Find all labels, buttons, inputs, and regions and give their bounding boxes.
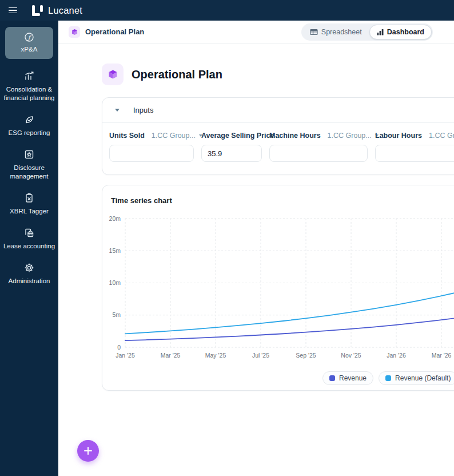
sidebar-item-label: Administration [6, 277, 53, 285]
svg-text:5m: 5m [112, 311, 121, 318]
sidebar-item-label: xP&A [19, 45, 40, 54]
breadcrumb[interactable]: Operational Plan [69, 26, 144, 38]
units-sold-field: Units Sold 1.CC Group... [109, 132, 194, 162]
sidebar-item-disclosure[interactable]: Disclosure management [0, 149, 58, 181]
field-label: Machine Hours [269, 132, 321, 140]
sidebar-item-consolidation[interactable]: Consolidation & financial planning [0, 71, 58, 102]
sidebar-item-xbrl[interactable]: XBRL Tagger [0, 193, 58, 216]
inputs-panel-title: Inputs [133, 106, 153, 114]
chart-plot-area: 05m10m15m20mJan '25Mar '25May '25Jul '25… [102, 208, 454, 366]
spreadsheet-icon [310, 29, 318, 35]
dashboard-toggle-button[interactable]: Dashboard [369, 25, 432, 39]
inputs-panel-header[interactable]: Inputs [102, 98, 454, 122]
svg-text:Mar '25: Mar '25 [161, 352, 181, 359]
labour-hours-field: Labour Hours 1.CC Group... [375, 132, 454, 162]
time-series-chart: 05m10m15m20mJan '25Mar '25May '25Jul '25… [102, 208, 454, 364]
time-series-chart-card: Time series chart 05m10m15m20mJan '25Mar… [102, 185, 454, 391]
gear-icon [24, 263, 34, 273]
lucanet-logo-icon [32, 5, 43, 16]
revenue-series-swatch [329, 375, 335, 381]
sidebar-item-administration[interactable]: Administration [0, 263, 58, 285]
app-window: Lucanet ƒ xP&A Consolidation & financial… [0, 0, 454, 476]
svg-text:Nov '25: Nov '25 [341, 352, 361, 359]
add-button[interactable] [77, 440, 99, 462]
hamburger-menu-icon[interactable] [9, 7, 17, 14]
sidebar-item-xpa[interactable]: ƒ xP&A [5, 27, 53, 59]
cube-icon [69, 26, 80, 38]
svg-text:15m: 15m [109, 247, 121, 254]
star-square-icon [24, 149, 34, 160]
brand-name: Lucanet [48, 5, 82, 16]
chart-legend: Revenue Revenue (Default) [322, 371, 454, 385]
field-label: Labour Hours [375, 132, 422, 140]
function-icon: ƒ [24, 32, 34, 42]
spreadsheet-toggle-button[interactable]: Spreadsheet [302, 25, 369, 39]
view-toggle: Spreadsheet Dashboard [301, 23, 433, 41]
labour-hours-input[interactable] [375, 145, 454, 162]
sidebar-item-esg[interactable]: ESG reporting [0, 114, 58, 137]
leaf-check-icon [24, 114, 34, 125]
revenue-default-series-swatch [385, 375, 391, 381]
sidebar-nav: ƒ xP&A Consolidation & financial plannin… [0, 21, 58, 476]
toggle-label: Spreadsheet [321, 28, 362, 36]
svg-text:0: 0 [117, 344, 121, 351]
top-bar: Lucanet [0, 0, 454, 21]
field-label: Units Sold [109, 132, 145, 140]
bar-chart-trend-icon [24, 71, 34, 81]
machine-hours-input[interactable] [269, 145, 368, 162]
svg-text:May '25: May '25 [205, 352, 226, 359]
page-header: Operational Plan [102, 64, 454, 85]
machine-hours-field: Machine Hours 1.CC Group... [269, 132, 368, 162]
legend-label: Revenue (Default) [395, 374, 451, 382]
sidebar-item-label: XBRL Tagger [7, 207, 51, 216]
dashboard-icon [377, 29, 384, 35]
input-fields-row: Units Sold 1.CC Group... Average Selling… [102, 123, 454, 174]
chevron-down-icon [115, 109, 120, 112]
svg-text:Mar '26: Mar '26 [432, 352, 452, 359]
scope-dropdown[interactable]: 1.CC Group... [328, 132, 379, 140]
average-selling-price-input[interactable] [201, 145, 262, 162]
sidebar-item-label: Lease accounting [1, 242, 57, 251]
legend-label: Revenue [339, 374, 367, 382]
cube-icon [102, 64, 124, 85]
legend-item-revenue[interactable]: Revenue [322, 371, 373, 385]
svg-text:ƒ: ƒ [27, 34, 32, 41]
field-label: Average Selling Price [201, 132, 274, 140]
main-area: Operational Plan Spreadsheet [58, 21, 454, 476]
average-selling-price-field: Average Selling Price [201, 132, 262, 162]
scope-dropdown[interactable]: 1.CC Group... [429, 132, 454, 140]
units-sold-input[interactable] [109, 145, 194, 162]
page-content: Operational Plan Inputs Units Sold 1.CC … [58, 64, 454, 391]
svg-text:Jul '25: Jul '25 [252, 352, 269, 359]
svg-text:Sep '25: Sep '25 [296, 352, 316, 359]
breadcrumb-label: Operational Plan [85, 27, 144, 36]
sidebar-item-label: Consolidation & financial planning [0, 85, 58, 102]
sidebar-item-label: Disclosure management [0, 164, 58, 181]
scope-dropdown[interactable]: 1.CC Group... [152, 132, 202, 140]
toolbar: Operational Plan Spreadsheet [58, 21, 454, 43]
svg-text:10m: 10m [109, 279, 121, 286]
legend-item-revenue-default[interactable]: Revenue (Default) [379, 371, 454, 385]
inputs-panel: Inputs Units Sold 1.CC Group... [102, 97, 454, 175]
page-title: Operational Plan [132, 68, 222, 81]
clipboard-x-icon [24, 193, 34, 203]
building-calendar-icon [24, 228, 34, 238]
sidebar-item-lease[interactable]: Lease accounting [0, 228, 58, 251]
svg-text:Jan '25: Jan '25 [116, 352, 135, 359]
svg-text:Jan '26: Jan '26 [387, 352, 406, 359]
toggle-label: Dashboard [387, 28, 424, 36]
chart-title: Time series chart [102, 185, 454, 205]
sidebar-item-label: ESG reporting [6, 129, 53, 137]
svg-text:20m: 20m [109, 215, 121, 222]
